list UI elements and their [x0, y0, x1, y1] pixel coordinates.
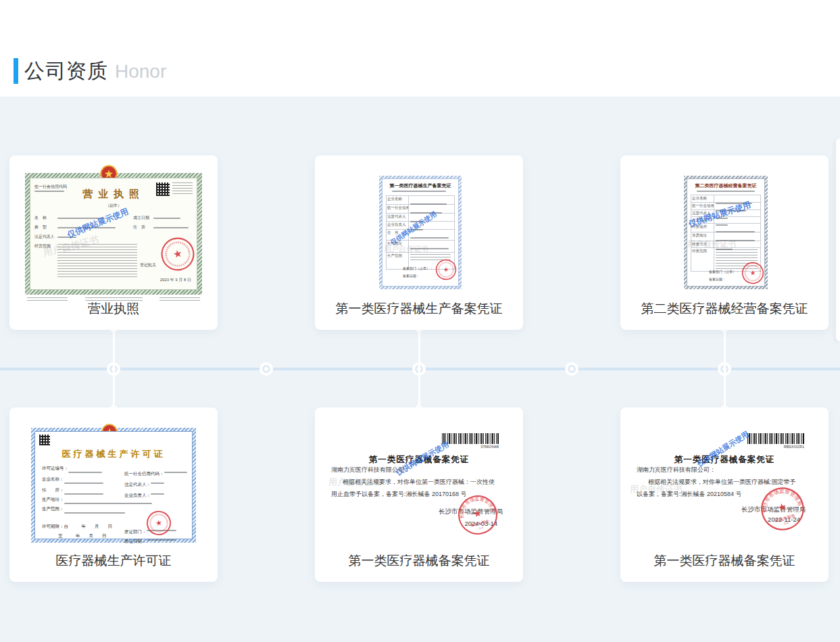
card-caption: 第一类医疗器械生产备案凭证: [315, 300, 523, 318]
fine-print: [172, 182, 193, 196]
svg-text:长沙市市场监督管理局: 长沙市市场监督管理局: [757, 483, 803, 515]
card-caption: 营业执照: [9, 300, 218, 318]
certificate-image: RBSXOCR1 第一类医疗器械备案凭证 湖南力宾医疗科技有限公司： 根据相关法…: [634, 408, 815, 560]
license-subtitle: （副本）: [30, 203, 197, 209]
watermark-blue: 仅供网站展示使用: [66, 206, 130, 241]
field-label: 法定代表人: [34, 234, 55, 240]
business-license-image: 统一社会信用代码 营业执照 （副本） 名 称 类 型 法定代表人 经营范围 成立…: [25, 173, 202, 295]
certificates-section: 统一社会信用代码 营业执照 （副本） 名 称 类 型 法定代表人 经营范围 成立…: [0, 97, 840, 642]
record-line: 湖南力宾医疗科技有限公司：: [637, 466, 811, 474]
card-production-license[interactable]: 医疗器械生产许可证 许可证编号： 统一社会信用代码： 企业名称： 法定代表人： …: [9, 408, 218, 582]
field-label: 类 型: [34, 224, 47, 230]
certificate-table: 企业名称 统一社会信用代码 法定代表人 企业负责人 经营场所 库房地址 经营方式…: [691, 195, 761, 272]
stamp-number: 1-3: [478, 526, 484, 530]
certificate-title: 医疗器械生产许可证: [35, 448, 192, 460]
record-line: 根据相关法规要求，对你单位第一类医疗器械：一次性使: [331, 478, 505, 487]
record-footer: 备案部门（公章）：: [709, 270, 739, 274]
certificate-title: 第一类医疗器械备案凭证: [634, 454, 815, 466]
card-class1-production-record[interactable]: 第一类医疗器械生产备案凭证 企业名称 统一社会信用代码 法定代表人 企业负责人 …: [315, 155, 523, 330]
record-footer: 备案日期：: [709, 277, 726, 281]
card-caption: 第一类医疗器械备案凭证: [315, 552, 523, 570]
field-label: 成立日期: [133, 215, 149, 221]
card-class2-business-record[interactable]: 第二类医疗器械经营备案凭证 企业名称 统一社会信用代码 法定代表人 企业负责人 …: [620, 155, 829, 330]
red-stamp-icon: [433, 257, 458, 282]
partial-card-edge: [836, 139, 840, 341]
timeline-dot: [260, 362, 273, 376]
red-stamp-icon: [143, 508, 174, 538]
record-footer: 备案日期：: [403, 274, 420, 278]
section-title-en: Honor: [115, 61, 166, 82]
certificate-title: 第一类医疗器械生产备案凭证: [382, 182, 458, 189]
record-line: 湖南力宾医疗科技有限公司：: [331, 466, 505, 474]
stamp-number: 1-3: [783, 521, 789, 526]
certificate-image: 医疗器械生产许可证 许可证编号： 统一社会信用代码： 企业名称： 法定代表人： …: [31, 428, 196, 543]
section-header: 公司资质Honor: [0, 0, 840, 97]
certificate-title: 第一类医疗器械备案凭证: [328, 454, 510, 466]
section-title: 公司资质Honor: [24, 57, 166, 86]
field-label: 名 称: [34, 215, 47, 221]
accent-bar: [14, 58, 18, 84]
card-class1-record-1[interactable]: 07MION48 第一类医疗器械备案凭证 湖南力宾医疗科技有限公司： 根据相关法…: [315, 408, 523, 582]
field-label: 住 所: [133, 224, 145, 230]
card-caption: 第二类医疗器械经营备案凭证: [620, 300, 829, 318]
timeline-connector: [724, 330, 726, 408]
certificate-image: 第二类医疗器械经营备案凭证 企业名称 统一社会信用代码 法定代表人 企业负责人 …: [684, 176, 768, 289]
card-class1-record-2[interactable]: RBSXOCR1 第一类医疗器械备案凭证 湖南力宾医疗科技有限公司： 根据相关法…: [620, 408, 829, 582]
card-business-license[interactable]: 统一社会信用代码 营业执照 （副本） 名 称 类 型 法定代表人 经营范围 成立…: [9, 155, 218, 330]
red-stamp-icon: [157, 233, 199, 275]
barcode-code: 07MION48: [442, 445, 499, 449]
qr-code-icon: [39, 435, 50, 445]
card-caption: 医疗器械生产许可证: [9, 552, 218, 570]
card-caption: 第一类医疗器械备案凭证: [620, 552, 829, 570]
stamp-ring-text: 长沙市市场监督管理局: [757, 483, 803, 515]
qr-code-icon: [156, 182, 170, 196]
record-footer: 备案部门（公章）：: [403, 266, 433, 270]
red-stamp-icon: [739, 260, 766, 286]
registry-label: 登记机关: [140, 262, 156, 268]
barcode-code: RBSXOCR1: [747, 445, 804, 449]
certificate-title: 第二类医疗器械经营备案凭证: [687, 182, 764, 189]
issue-date: 2023 年 3 月 8 日: [160, 277, 191, 283]
barcode-icon: [747, 433, 804, 444]
timeline-connector: [113, 330, 115, 408]
field-label: 经营范围: [34, 243, 51, 249]
timeline-connector: [418, 330, 420, 408]
timeline-dot: [565, 362, 578, 376]
certificate-image: 第一类医疗器械生产备案凭证 企业名称 统一社会信用代码 法定代表人 企业负责人 …: [379, 176, 462, 289]
certificate-image: 07MION48 第一类医疗器械备案凭证 湖南力宾医疗科技有限公司： 根据相关法…: [328, 408, 510, 560]
barcode-icon: [442, 433, 499, 444]
company-honor-page: 公司资质Honor 统一社会信用代码 营业执照: [0, 0, 840, 642]
section-title-cn: 公司资质: [24, 59, 108, 82]
scope-text: [57, 244, 137, 278]
